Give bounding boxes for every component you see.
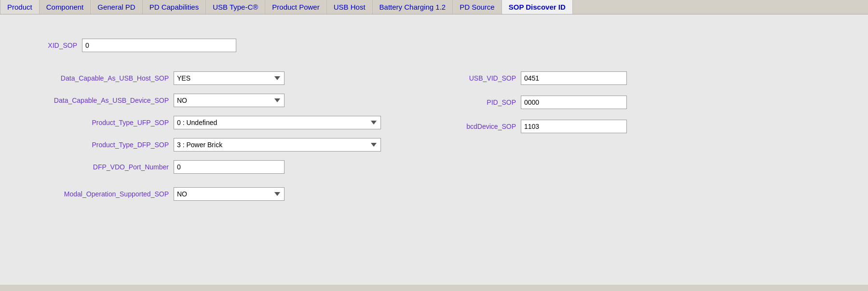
xid-sop-label: XID_SOP	[19, 42, 77, 49]
tab-product[interactable]: Product	[0, 0, 40, 14]
right-col: USB_VID_SOP PID_SOP bcdDevice_SOP	[429, 71, 627, 209]
data-capable-device-label: Data_Capable_As_USB_Device_SOP	[19, 97, 169, 104]
modal-operation-label: Modal_Operation_Supported_SOP	[19, 190, 169, 198]
tab-sop-discover[interactable]: SOP Discover ID	[502, 0, 573, 14]
xid-sop-input[interactable]	[82, 39, 236, 52]
tab-usb-type-c[interactable]: USB Type-C®	[206, 0, 265, 14]
product-type-dfp-label: Product_Type_DFP_SOP	[19, 141, 169, 149]
product-type-dfp-select[interactable]: 0 : Undefined 1 : PDUSBHub 2 : PDUSBHost…	[174, 138, 381, 152]
product-type-ufp-row: Product_Type_UFP_SOP 0 : Undefined 1 : P…	[19, 116, 381, 129]
product-type-ufp-select[interactable]: 0 : Undefined 1 : PDUSBHub 2 : PDUSBPeri…	[174, 116, 381, 129]
main-content: XID_SOP Data_Capable_As_USB_Host_SOP YES…	[0, 14, 868, 285]
usb-vid-input[interactable]	[521, 71, 627, 85]
product-type-dfp-row: Product_Type_DFP_SOP 0 : Undefined 1 : P…	[19, 138, 381, 152]
data-capable-host-select[interactable]: YES NO	[174, 71, 285, 85]
modal-operation-select[interactable]: YES NO	[174, 187, 285, 201]
tab-battery-charging[interactable]: Battery Charging 1.2	[373, 0, 453, 14]
tab-general-pd[interactable]: General PD	[91, 0, 142, 14]
usb-vid-row: USB_VID_SOP	[429, 71, 627, 85]
bcd-device-label: bcdDevice_SOP	[429, 123, 516, 130]
bcd-device-input[interactable]	[521, 120, 627, 133]
data-capable-device-select[interactable]: YES NO	[174, 94, 285, 107]
tab-pd-source[interactable]: PD Source	[453, 0, 502, 14]
data-capable-host-label: Data_Capable_As_USB_Host_SOP	[19, 74, 169, 82]
dfp-vdo-port-row: DFP_VDO_Port_Number	[19, 160, 381, 174]
usb-vid-label: USB_VID_SOP	[429, 74, 516, 82]
tab-bar: Product Component General PD PD Capabili…	[0, 0, 868, 14]
tab-component[interactable]: Component	[40, 0, 91, 14]
xid-sop-row: XID_SOP	[19, 39, 849, 52]
tab-pd-capabilities[interactable]: PD Capabilities	[143, 0, 206, 14]
pid-sop-label: PID_SOP	[429, 98, 516, 106]
tab-usb-host[interactable]: USB Host	[327, 0, 373, 14]
data-capable-device-row: Data_Capable_As_USB_Device_SOP YES NO	[19, 94, 381, 107]
left-col: Data_Capable_As_USB_Host_SOP YES NO Data…	[19, 71, 381, 209]
pid-sop-input[interactable]	[521, 96, 627, 109]
data-capable-host-row: Data_Capable_As_USB_Host_SOP YES NO	[19, 71, 381, 85]
product-type-ufp-label: Product_Type_UFP_SOP	[19, 119, 169, 126]
pid-sop-row: PID_SOP	[429, 96, 627, 109]
dfp-vdo-port-input[interactable]	[174, 160, 285, 174]
modal-operation-row: Modal_Operation_Supported_SOP YES NO	[19, 187, 381, 201]
bcd-device-row: bcdDevice_SOP	[429, 120, 627, 133]
two-col-layout: Data_Capable_As_USB_Host_SOP YES NO Data…	[19, 71, 849, 209]
dfp-vdo-port-label: DFP_VDO_Port_Number	[19, 163, 169, 171]
tab-product-power[interactable]: Product Power	[265, 0, 326, 14]
